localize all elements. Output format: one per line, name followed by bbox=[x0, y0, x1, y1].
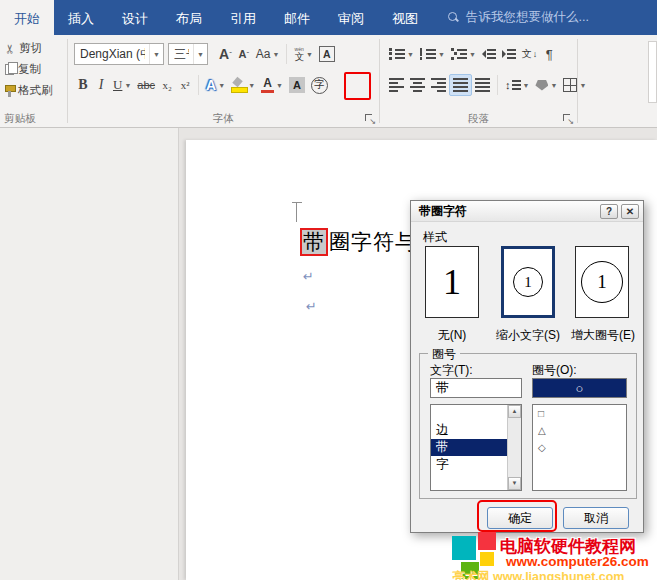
hanzi-text: 文 bbox=[294, 52, 304, 62]
shading-button[interactable]: ▼ bbox=[532, 74, 560, 96]
copy-button[interactable]: 复制 bbox=[2, 61, 56, 78]
underline-button[interactable]: U ▼ bbox=[110, 74, 134, 96]
enclosure-fieldset: 圈号 文字(T): 圈号(O): 带 ○ 边 带 字 ▲ ▼ □ △ ◇ bbox=[419, 353, 637, 499]
numbering-button[interactable]: ▼ bbox=[417, 43, 448, 65]
clipboard-group: ✂ 剪切 复制 格式刷 剪贴板 bbox=[0, 35, 67, 128]
tab-view[interactable]: 视图 bbox=[378, 0, 432, 35]
circle-input[interactable]: ○ bbox=[532, 378, 627, 398]
text-effects-button[interactable]: A ▼ bbox=[203, 74, 228, 96]
decrease-indent-button[interactable] bbox=[479, 43, 499, 65]
grow-font-button[interactable]: Aˆ bbox=[216, 43, 235, 65]
bullet-list-icon bbox=[389, 49, 405, 59]
list-item[interactable]: △ bbox=[533, 422, 626, 439]
copy-label: 复制 bbox=[18, 62, 41, 77]
scroll-down-icon[interactable]: ▼ bbox=[508, 477, 521, 490]
list-item[interactable]: □ bbox=[533, 405, 626, 422]
format-painter-button[interactable]: 格式刷 bbox=[2, 82, 56, 99]
tab-mailings[interactable]: 邮件 bbox=[270, 0, 324, 35]
align-right-icon bbox=[431, 78, 446, 92]
caret-up: ˆ bbox=[229, 50, 232, 59]
cut-label: 剪切 bbox=[19, 41, 42, 56]
align-left-button[interactable] bbox=[386, 74, 407, 96]
style-option-none[interactable]: 1 bbox=[425, 246, 479, 318]
search-placeholder: 告诉我您想要做什么... bbox=[466, 9, 589, 26]
superscript-icon: x² bbox=[181, 79, 190, 91]
bullets-button[interactable]: ▼ bbox=[386, 43, 417, 65]
numbered-list-icon bbox=[420, 49, 436, 59]
style-shrink-label[interactable]: 缩小文字(S) bbox=[483, 327, 573, 344]
tab-review[interactable]: 审阅 bbox=[324, 0, 378, 35]
list-item[interactable]: ◇ bbox=[533, 439, 626, 456]
paragraph-dialog-launcher[interactable] bbox=[561, 112, 574, 125]
caret-down: ˇ bbox=[246, 50, 249, 59]
cut-button[interactable]: ✂ 剪切 bbox=[2, 40, 56, 57]
scissors-icon: ✂ bbox=[3, 43, 17, 53]
grow-font-icon: A bbox=[219, 46, 229, 62]
enclosure-section-label: 圈号 bbox=[428, 346, 460, 363]
superscript-button[interactable]: x² bbox=[176, 74, 194, 96]
tell-me-search[interactable]: 告诉我您想要做什么... bbox=[448, 0, 589, 35]
character-border-icon: A bbox=[319, 46, 335, 62]
font-dialog-launcher[interactable] bbox=[363, 112, 376, 125]
updown-arrow: ↕ bbox=[505, 79, 511, 91]
chevron-down-icon: ▼ bbox=[469, 51, 476, 58]
change-case-button[interactable]: Aa ▼ bbox=[253, 43, 283, 65]
dialog-titlebar[interactable]: 带圈字符 ? ✕ bbox=[411, 201, 643, 222]
font-size-combo[interactable]: 三号 ▼ bbox=[168, 43, 208, 65]
chevron-down-icon: ▼ bbox=[276, 82, 283, 89]
selected-character[interactable]: 带 bbox=[300, 228, 328, 256]
format-painter-label: 格式刷 bbox=[18, 83, 53, 98]
tab-home[interactable]: 开始 bbox=[0, 0, 54, 35]
tab-references[interactable]: 引用 bbox=[216, 0, 270, 35]
font-name-combo[interactable]: DengXian (中 ▼ bbox=[74, 43, 164, 65]
enclose-characters-button[interactable]: 字 bbox=[308, 74, 331, 96]
chevron-down-icon: ▼ bbox=[523, 82, 530, 89]
text-options-list[interactable]: 边 带 字 ▲ ▼ bbox=[430, 404, 522, 491]
bold-button[interactable]: B bbox=[74, 74, 92, 96]
subscript-button[interactable]: x₂ bbox=[158, 74, 176, 96]
align-right-button[interactable] bbox=[428, 74, 449, 96]
dialog-help-button[interactable]: ? bbox=[600, 204, 618, 219]
phonetic-guide-button[interactable]: wén 文 ▼ bbox=[291, 43, 315, 65]
text-effects-icon: A bbox=[206, 77, 216, 93]
scroll-up-icon[interactable]: ▲ bbox=[508, 405, 521, 418]
document-text[interactable]: 圈字符与 bbox=[329, 230, 417, 253]
character-shading-icon: A bbox=[289, 77, 305, 93]
italic-button[interactable]: I bbox=[92, 74, 110, 96]
document-text-line[interactable]: 带圈字符与 bbox=[300, 228, 417, 256]
character-shading-button[interactable]: A bbox=[286, 74, 308, 96]
separator bbox=[497, 75, 498, 95]
tab-layout[interactable]: 布局 bbox=[162, 0, 216, 35]
increase-indent-button[interactable] bbox=[499, 43, 519, 65]
borders-button[interactable]: ▼ bbox=[560, 74, 589, 96]
style-option-shrink-text[interactable]: 1 bbox=[501, 246, 555, 318]
align-center-button[interactable] bbox=[407, 74, 428, 96]
character-border-button[interactable]: A bbox=[316, 43, 338, 65]
format-painter-icon bbox=[5, 85, 14, 97]
tab-design[interactable]: 设计 bbox=[108, 0, 162, 35]
shrink-font-button[interactable]: Aˇ bbox=[235, 43, 253, 65]
tab-insert[interactable]: 插入 bbox=[54, 0, 108, 35]
font-color-icon: A bbox=[261, 77, 274, 94]
line-spacing-button[interactable]: ↕ ▼ bbox=[502, 74, 532, 96]
cancel-button[interactable]: 取消 bbox=[563, 507, 629, 529]
justify-button[interactable] bbox=[449, 74, 472, 96]
style-none-label[interactable]: 无(N) bbox=[411, 327, 493, 344]
strikethrough-button[interactable]: abc bbox=[134, 74, 158, 96]
left-pane bbox=[0, 128, 179, 580]
style-option-enlarge-circle[interactable]: 1 bbox=[575, 246, 629, 318]
distribute-button[interactable] bbox=[472, 74, 493, 96]
word-window: 开始 插入 设计 布局 引用 邮件 审阅 视图 告诉我您想要做什么... ✂ 剪… bbox=[0, 0, 657, 580]
multilevel-list-button[interactable]: ▼ bbox=[448, 43, 479, 65]
show-marks-button[interactable]: ¶ bbox=[540, 43, 558, 65]
scrollbar[interactable]: ▲ ▼ bbox=[507, 405, 521, 490]
chevron-down-icon: ▼ bbox=[248, 82, 255, 89]
font-color-button[interactable]: A ▼ bbox=[258, 74, 286, 96]
dialog-close-button[interactable]: ✕ bbox=[621, 204, 639, 219]
sort-button[interactable]: 文 ↓ bbox=[519, 43, 541, 65]
logo-red-square bbox=[478, 532, 496, 550]
circle-options-list[interactable]: □ △ ◇ bbox=[532, 404, 627, 491]
highlight-button[interactable]: ▼ bbox=[228, 74, 258, 96]
text-input[interactable]: 带 bbox=[430, 378, 522, 398]
style-enlarge-label[interactable]: 增大圈号(E) bbox=[561, 327, 645, 344]
